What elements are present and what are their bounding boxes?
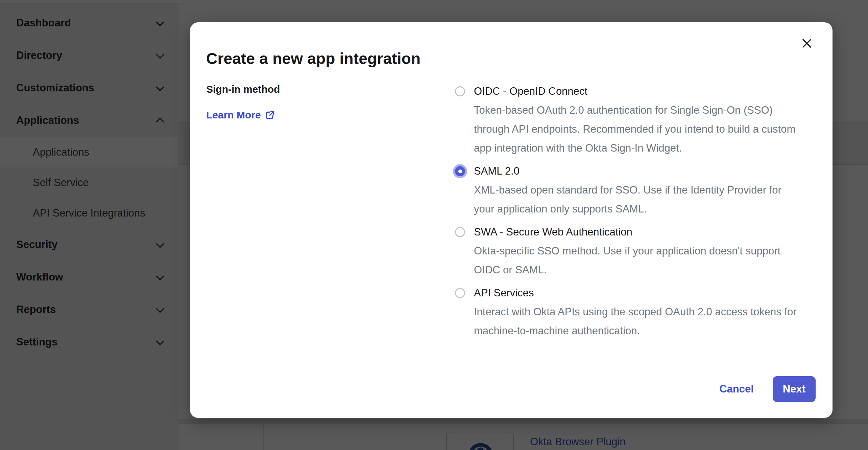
close-button[interactable] (796, 32, 818, 54)
option-oidc-openid-connect[interactable]: OIDC - OpenID Connect Token-based OAuth … (455, 82, 817, 158)
learn-more-label: Learn More (206, 108, 261, 122)
sign-in-method-label: Sign-in method (206, 83, 423, 96)
radio-button[interactable] (455, 288, 465, 298)
cancel-button[interactable]: Cancel (719, 383, 754, 395)
radio-button[interactable] (455, 227, 465, 237)
option-saml-2-0[interactable]: SAML 2.0 XML-based open standard for SSO… (455, 162, 817, 219)
option-label: OIDC - OpenID Connect (474, 82, 817, 101)
screen: Dashboard Directory Customizations Appli… (0, 0, 868, 450)
option-description: XML-based open standard for SSO. Use if … (474, 181, 817, 219)
option-description: Token-based OAuth 2.0 authentication for… (474, 101, 817, 158)
dialog-footer: Cancel Next (719, 376, 816, 402)
option-description: Okta-specific SSO method. Use if your ap… (474, 242, 817, 279)
dialog-title: Create a new app integration (206, 49, 420, 68)
sign-in-method-options: OIDC - OpenID Connect Token-based OAuth … (455, 82, 817, 340)
create-app-integration-dialog: Create a new app integration Sign-in met… (190, 22, 833, 418)
external-link-icon (265, 110, 275, 120)
option-description: Interact with Okta APIs using the scoped… (474, 302, 817, 340)
sign-in-method-column: Sign-in method Learn More (206, 83, 423, 122)
option-label: SWA - Secure Web Authentication (474, 223, 817, 242)
next-button[interactable]: Next (773, 376, 816, 402)
option-swa-secure-web-authentication[interactable]: SWA - Secure Web Authentication Okta-spe… (455, 223, 817, 279)
option-label: SAML 2.0 (474, 162, 817, 181)
close-icon (801, 38, 813, 49)
radio-button[interactable] (455, 86, 465, 96)
option-label: API Services (474, 284, 817, 302)
radio-button-selected[interactable] (455, 166, 465, 176)
option-api-services[interactable]: API Services Interact with Okta APIs usi… (455, 284, 817, 340)
learn-more-link[interactable]: Learn More (206, 108, 423, 122)
